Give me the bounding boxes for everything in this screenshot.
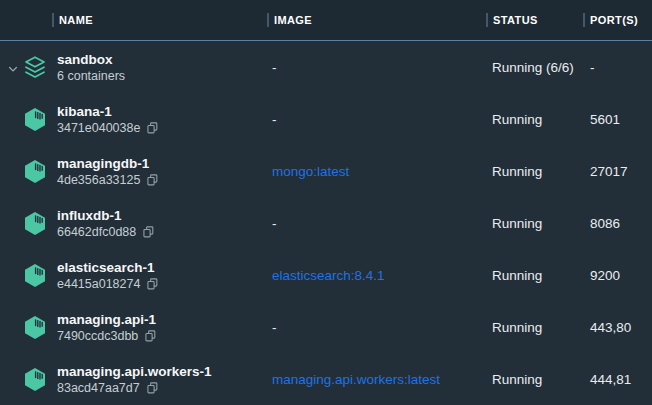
row-icon-cell <box>0 93 52 145</box>
container-subline: 7490ccdc3dbb <box>57 329 267 343</box>
container-name-cell: managing.api.workers-1 83acd47aa7d7 <box>52 364 267 395</box>
container-id: 7490ccdc3dbb <box>57 329 138 343</box>
container-name-cell: managing.api-1 7490ccdc3dbb <box>52 312 267 343</box>
column-divider <box>267 13 269 27</box>
container-icon <box>23 367 47 392</box>
copy-icon[interactable] <box>146 173 159 187</box>
container-status: Running <box>486 372 583 387</box>
row-icon-cell <box>0 41 52 93</box>
row-icon-cell <box>0 301 52 353</box>
column-divider <box>486 13 488 27</box>
container-name: managing.api.workers-1 <box>57 364 267 379</box>
container-ports: 9200 <box>583 268 652 283</box>
copy-icon[interactable] <box>142 225 155 239</box>
table-row[interactable]: sandbox 6 containers - Running (6/6) - <box>0 41 652 93</box>
container-ports: 444,81 <box>583 372 652 387</box>
container-image: - <box>267 320 486 335</box>
container-ports: 443,80 <box>583 320 652 335</box>
container-name-cell: influxdb-1 66462dfc0d88 <box>52 208 267 239</box>
container-image: - <box>267 112 486 127</box>
container-status: Running <box>486 112 583 127</box>
container-status: Running <box>486 320 583 335</box>
column-header-image: IMAGE <box>267 0 486 40</box>
container-icon <box>23 211 47 236</box>
container-status: Running <box>486 164 583 179</box>
container-icon <box>23 315 47 340</box>
container-ports: 8086 <box>583 216 652 231</box>
column-header-status: STATUS <box>486 0 583 40</box>
column-header-ports: PORT(S) <box>583 0 652 40</box>
container-image: elasticsearch:8.4.1 <box>267 268 486 283</box>
container-name-cell: elasticsearch-1 e4415a018274 <box>52 260 267 291</box>
column-header-label: NAME <box>59 14 93 26</box>
container-name: sandbox <box>57 52 267 67</box>
container-id: 3471e040038e <box>57 121 140 135</box>
container-name: managingdb-1 <box>57 156 267 171</box>
containers-table: NAME IMAGE STATUS PORT(S) <box>0 0 652 405</box>
container-image: mongo:latest <box>267 164 486 179</box>
container-ports: 5601 <box>583 112 652 127</box>
container-subline: 4de356a33125 <box>57 173 267 187</box>
container-name-cell: managingdb-1 4de356a33125 <box>52 156 267 187</box>
containers-table-body: sandbox 6 containers - Running (6/6) - <box>0 41 652 405</box>
stack-icon <box>23 55 47 80</box>
container-icon <box>23 263 47 288</box>
copy-icon[interactable] <box>146 277 159 291</box>
container-subline: 6 containers <box>57 69 267 83</box>
row-icon-cell <box>0 145 52 197</box>
container-name: elasticsearch-1 <box>57 260 267 275</box>
table-row[interactable]: elasticsearch-1 e4415a018274 elasticsear… <box>0 249 652 301</box>
container-subline: e4415a018274 <box>57 277 267 291</box>
container-image: managing.api.workers:latest <box>267 372 486 387</box>
container-icon <box>23 107 47 132</box>
table-row[interactable]: managingdb-1 4de356a33125 mongo:latest R… <box>0 145 652 197</box>
container-subline: 83acd47aa7d7 <box>57 381 267 395</box>
column-divider <box>52 13 54 27</box>
container-subline: 66462dfc0d88 <box>57 225 267 239</box>
container-name: managing.api-1 <box>57 312 267 327</box>
container-status: Running <box>486 216 583 231</box>
container-name-cell: sandbox 6 containers <box>52 52 267 83</box>
row-icon-cell <box>0 353 52 405</box>
container-id: 4de356a33125 <box>57 173 140 187</box>
container-id: 83acd47aa7d7 <box>57 381 140 395</box>
container-ports: 27017 <box>583 164 652 179</box>
container-name: influxdb-1 <box>57 208 267 223</box>
table-header: NAME IMAGE STATUS PORT(S) <box>0 0 652 41</box>
container-status: Running <box>486 268 583 283</box>
container-image: - <box>267 60 486 75</box>
container-name: kibana-1 <box>57 104 267 119</box>
container-status: Running (6/6) <box>486 60 583 75</box>
row-icon-cell <box>0 197 52 249</box>
table-row[interactable]: managing.api.workers-1 83acd47aa7d7 mana… <box>0 353 652 405</box>
table-row[interactable]: kibana-1 3471e040038e - Running 5601 <box>0 93 652 145</box>
column-divider <box>583 13 585 27</box>
header-spacer <box>0 0 52 40</box>
container-name-cell: kibana-1 3471e040038e <box>52 104 267 135</box>
chevron-down-icon[interactable] <box>7 61 19 73</box>
copy-icon[interactable] <box>146 121 159 135</box>
copy-icon[interactable] <box>144 329 157 343</box>
container-subline: 3471e040038e <box>57 121 267 135</box>
column-header-label: PORT(S) <box>590 14 638 26</box>
table-row[interactable]: managing.api-1 7490ccdc3dbb - Running 44… <box>0 301 652 353</box>
column-header-label: IMAGE <box>274 14 312 26</box>
container-id: 66462dfc0d88 <box>57 225 136 239</box>
table-row[interactable]: influxdb-1 66462dfc0d88 - Running 8086 <box>0 197 652 249</box>
column-header-label: STATUS <box>493 14 538 26</box>
copy-icon[interactable] <box>146 381 159 395</box>
container-id: 6 containers <box>57 69 125 83</box>
container-ports: - <box>583 60 652 75</box>
container-image: - <box>267 216 486 231</box>
column-header-name: NAME <box>52 0 267 40</box>
row-icon-cell <box>0 249 52 301</box>
container-id: e4415a018274 <box>57 277 140 291</box>
container-icon <box>23 159 47 184</box>
